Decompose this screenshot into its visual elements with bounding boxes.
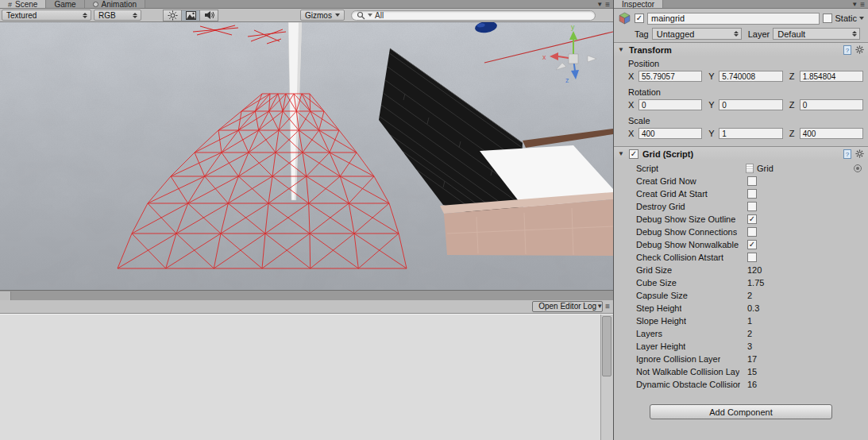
gizmos-dropdown[interactable]: Gizmos [300,10,345,21]
scale-row: X400 Y1 Z400 [614,127,868,142]
rotation-z-field[interactable]: 0 [800,99,863,110]
console-toolbar: Open Editor Log ▼≡ [0,300,613,314]
position-x-field[interactable]: 55.79057 [638,71,702,82]
position-row: X55.79057 Y5.740008 Z1.854804 [614,70,868,85]
scene-toolbar: Textured RGB [0,9,613,22]
grid-script-row: Capsule Size2 [614,289,868,302]
x-axis-label: X [628,100,635,110]
gameobject-name-field[interactable]: maingrid [647,13,820,25]
help-doc-icon[interactable]: ? [843,45,851,55]
grid-script-row: Debug Show Connections [614,226,868,238]
property-value-field[interactable]: 1.75 [747,278,764,288]
search-filter-chevron-icon [368,14,372,17]
static-checkbox[interactable] [823,14,832,23]
scene-grid-icon: # [8,1,12,9]
updown-arrows-icon [83,13,87,18]
scene-viewport[interactable]: y x z [0,22,613,290]
draw-mode-dropdown[interactable]: Textured [2,10,91,21]
gear-icon[interactable] [855,45,864,54]
inspector-panel: Inspector ▼≡ ✓ maingrid Static [613,0,868,440]
console-scrollbar[interactable] [600,315,613,440]
render-mode-dropdown[interactable]: RGB [94,10,141,21]
property-checkbox[interactable]: ✓ [747,214,757,224]
property-label: Dynamic Obstacle Collisior [636,380,740,389]
grid-script-row: Creat Grid At Start [614,187,868,200]
lighting-toggle-button[interactable] [163,10,182,21]
property-checkbox[interactable] [747,176,757,186]
console-scrollbar-thumb[interactable] [602,316,611,376]
console-log-area[interactable] [0,314,613,440]
active-checkbox[interactable]: ✓ [635,14,644,23]
x-axis-label: X [628,129,635,138]
gizmo-center-cube-icon[interactable] [569,54,578,64]
property-value-field[interactable]: 17 [747,354,757,364]
scene-tabstrip: # Scene Game Animation ▼≡ [0,0,613,9]
gizmo-z-label: z [565,76,569,84]
grid-script-row: Layers2 [614,327,868,340]
tab-scene[interactable]: # Scene [0,0,46,9]
gear-icon[interactable] [855,149,864,158]
y-axis-label: Y [708,71,716,81]
transform-header[interactable]: ▼ Transform ? [614,42,868,56]
grid-script-row: Debug Show Nonwalkable✓ [614,238,868,251]
layer-dropdown[interactable]: Default [773,28,860,40]
z-axis-label: Z [789,129,797,138]
open-editor-log-button[interactable]: Open Editor Log [532,301,603,312]
scene-search-field[interactable]: All [351,10,596,21]
position-y-field[interactable]: 5.740008 [719,71,782,82]
grid-script-rows: ScriptGridCreat Grid NowCreat Grid At St… [614,160,868,391]
y-axis-label: Y [708,100,716,110]
property-label: Layer Height [636,342,685,351]
property-checkbox[interactable] [747,202,757,211]
gizmo-y-label: y [571,23,575,31]
grid-script-row: Slope Height1 [614,315,868,327]
grid-script-row: Debug Show Size Outline✓ [614,213,868,226]
script-object-field[interactable]: Grid [746,164,773,173]
unity-editor: # Scene Game Animation ▼≡ Textured RGB [0,0,868,440]
scale-z-field[interactable]: 400 [800,128,863,139]
property-checkbox[interactable] [747,189,757,199]
property-label: Creat Grid Now [636,176,696,186]
tab-animation[interactable]: Animation [85,0,145,9]
foldout-arrow-icon[interactable]: ▼ [618,46,625,53]
scale-x-field[interactable]: 400 [638,128,702,139]
console-panel-menu-icon[interactable]: ▼≡ [596,302,613,311]
property-label: Grid Size [636,265,672,275]
audio-toggle-button[interactable] [199,10,218,21]
object-picker-icon[interactable] [854,164,862,172]
grid-script-row: Dynamic Obstacle Collisior16 [614,378,868,391]
tag-dropdown[interactable]: Untagged [652,28,742,40]
property-value-field[interactable]: 2 [747,329,752,338]
tab-inspector[interactable]: Inspector [614,0,663,9]
grid-script-row: Step Height0.3 [614,302,868,315]
help-doc-icon[interactable]: ? [843,149,851,159]
property-checkbox[interactable] [747,253,757,262]
property-value-field[interactable]: 2 [747,291,752,300]
property-checkbox[interactable]: ✓ [747,240,757,249]
scale-y-field[interactable]: 1 [719,128,782,139]
property-value-field[interactable]: 1 [747,316,752,326]
position-z-field[interactable]: 1.854804 [800,71,863,82]
console-divider-strip [0,290,613,300]
image-icon [186,11,196,20]
scene-area: # Scene Game Animation ▼≡ Textured RGB [0,0,613,440]
property-checkbox[interactable] [747,227,757,237]
rotation-y-field[interactable]: 0 [719,99,782,110]
tab-game[interactable]: Game [46,0,84,9]
property-value-field[interactable]: 15 [747,367,757,376]
grid-script-row: Check Collision Atstart [614,251,868,264]
rotation-x-field[interactable]: 0 [638,99,702,110]
property-value-field[interactable]: 120 [747,265,762,275]
grid-script-header[interactable]: ▼ ✓ Grid (Script) ? [614,146,868,160]
grid-script-enabled-checkbox[interactable]: ✓ [629,149,638,159]
record-icon [93,2,98,7]
static-dropdown-icon[interactable] [859,17,864,20]
scene-fx-toggle-button[interactable] [181,10,200,21]
property-value-field[interactable]: 3 [747,342,752,351]
property-value-field[interactable]: 16 [747,380,757,389]
inspector-panel-menu-icon[interactable]: ▼≡ [851,0,868,8]
add-component-button[interactable]: Add Component [650,404,832,419]
scene-panel-menu-icon[interactable]: ▼≡ [596,0,613,8]
property-value-field[interactable]: 0.3 [747,303,759,313]
foldout-arrow-icon[interactable]: ▼ [618,150,625,157]
